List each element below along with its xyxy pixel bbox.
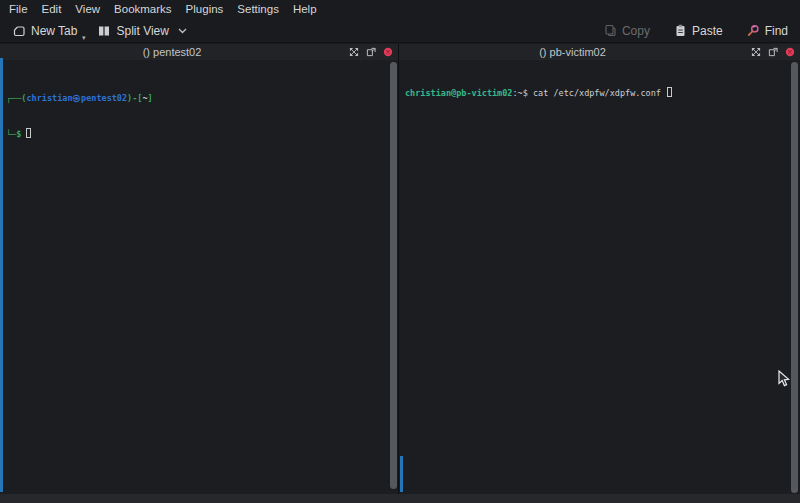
detach-view-icon[interactable] <box>366 47 376 57</box>
split-view-button[interactable]: Split View <box>92 22 191 40</box>
copy-label: Copy <box>622 24 650 38</box>
detach-view-icon[interactable] <box>768 47 778 57</box>
new-tab-icon <box>12 24 26 38</box>
prompt-close: ] <box>148 93 153 103</box>
left-pane-accent-line <box>0 58 3 492</box>
maximize-view-icon[interactable] <box>349 47 359 57</box>
right-pane-title: () pb-victim02 <box>399 46 746 58</box>
right-scrollbar[interactable] <box>791 62 798 493</box>
prompt-userhost: christian㉿pentest02 <box>26 93 127 103</box>
menu-file[interactable]: File <box>2 0 35 19</box>
find-label: Find <box>765 24 788 38</box>
close-view-icon[interactable] <box>383 47 393 57</box>
prompt-line-1: ┌──(christian㉿pentest02)-[~] <box>6 92 398 104</box>
command-text: cat /etc/xdpfw/xdpfw.conf <box>533 88 666 98</box>
new-tab-label: New Tab <box>31 24 77 38</box>
maximize-view-icon[interactable] <box>751 47 761 57</box>
terminal-cursor <box>26 128 31 138</box>
right-pane-header[interactable]: () pb-victim02 <box>399 44 800 60</box>
toolbar: New Tab ▾ Split View Copy <box>0 19 800 43</box>
left-scrollbar[interactable] <box>390 62 397 489</box>
mouse-cursor-icon <box>778 370 790 387</box>
menu-plugins[interactable]: Plugins <box>179 0 231 19</box>
find-button[interactable]: Find <box>742 22 793 40</box>
left-terminal[interactable]: ┌──(christian㉿pentest02)-[~] └─$ <box>0 60 398 494</box>
prompt-open: ┌──( <box>6 93 26 103</box>
split-view-label: Split View <box>116 24 168 38</box>
menu-bookmarks[interactable]: Bookmarks <box>107 0 179 19</box>
prompt-mid: )-[ <box>127 93 142 103</box>
copy-button[interactable]: Copy <box>599 22 655 40</box>
paste-icon <box>674 24 687 37</box>
copy-icon <box>604 24 617 37</box>
window-bottom-edge <box>0 494 800 503</box>
split-view-icon <box>97 24 111 38</box>
terminal-cursor <box>667 87 672 97</box>
left-pane-title: () pentest02 <box>0 46 344 58</box>
menu-view[interactable]: View <box>68 0 107 19</box>
close-view-icon[interactable] <box>785 47 795 57</box>
menu-settings[interactable]: Settings <box>230 0 286 19</box>
paste-label: Paste <box>692 24 723 38</box>
prompt-userhost: christian@pb-victim02 <box>405 88 512 98</box>
menu-bar: File Edit View Bookmarks Plugins Setting… <box>0 0 800 19</box>
prompt-line-2: └─$ <box>6 128 398 140</box>
right-terminal[interactable]: christian@pb-victim02:~$ cat /etc/xdpfw/… <box>399 60 800 494</box>
prompt-symbol: └─$ <box>6 129 21 139</box>
prompt-path: :~$ <box>512 88 532 98</box>
right-pane-accent-line <box>400 456 403 492</box>
menu-edit[interactable]: Edit <box>35 0 69 19</box>
left-pane-header[interactable]: () pentest02 <box>0 44 398 60</box>
paste-button[interactable]: Paste <box>669 22 728 40</box>
find-icon <box>747 24 760 37</box>
chevron-down-icon <box>178 28 187 34</box>
new-tab-button[interactable]: New Tab ▾ <box>7 22 82 40</box>
menu-help[interactable]: Help <box>286 0 324 19</box>
new-tab-dropdown-arrow[interactable]: ▾ <box>82 34 86 42</box>
konsole-window: File Edit View Bookmarks Plugins Setting… <box>0 0 800 503</box>
prompt-line: christian@pb-victim02:~$ cat /etc/xdpfw/… <box>405 87 800 99</box>
